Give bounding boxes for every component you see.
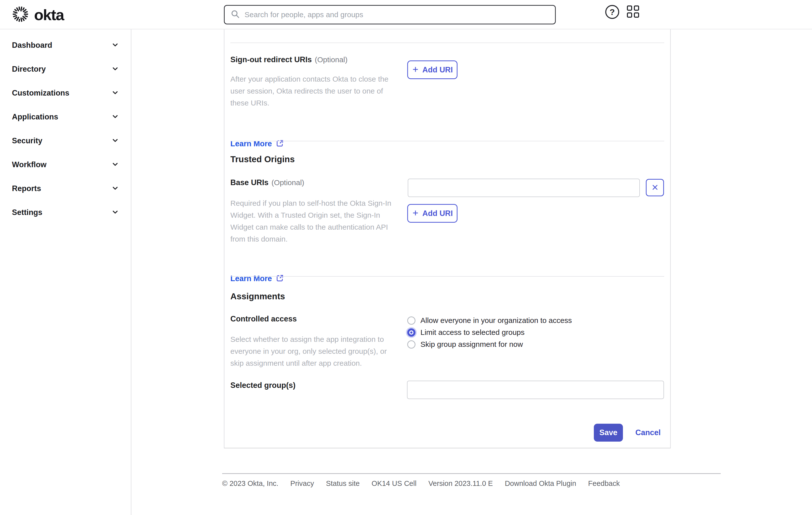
- apps-grid-icon[interactable]: [627, 5, 639, 18]
- grid-square: [634, 12, 639, 18]
- version-label: Version 2023.11.0 E: [428, 480, 493, 488]
- trusted-origins-heading: Trusted Origins: [230, 154, 295, 164]
- section-divider: [230, 276, 664, 277]
- trusted-origins-description: Required if you plan to self-host the Ok…: [230, 197, 394, 245]
- search-icon: [231, 9, 240, 20]
- chevron-down-icon: [111, 184, 119, 193]
- base-uri-input[interactable]: [408, 179, 640, 197]
- okta-sunburst-icon: [12, 6, 29, 23]
- grid-square: [627, 5, 632, 11]
- radio-option-skip-assignment[interactable]: Skip group assignment for now: [407, 338, 572, 350]
- plus-icon: [412, 66, 419, 74]
- cancel-button[interactable]: Cancel: [635, 424, 661, 441]
- base-uris-label-row: Base URIs(Optional): [230, 178, 304, 187]
- remove-uri-button[interactable]: [646, 179, 664, 196]
- status-site-link[interactable]: Status site: [326, 480, 359, 488]
- search-input[interactable]: [244, 10, 549, 19]
- add-signout-uri-button[interactable]: Add URI: [407, 60, 458, 79]
- controlled-access-label: Controlled access: [230, 314, 297, 323]
- app-settings-card: Sign-out redirect URIs(Optional) Add URI…: [224, 29, 671, 448]
- sidebar-item-settings[interactable]: Settings: [0, 201, 131, 224]
- chevron-down-icon: [111, 160, 119, 169]
- download-plugin-link[interactable]: Download Okta Plugin: [505, 480, 576, 488]
- sidebar-item-dashboard[interactable]: Dashboard: [0, 33, 131, 57]
- add-base-uri-button[interactable]: Add URI: [407, 204, 458, 223]
- cell-label: OK14 US Cell: [372, 480, 417, 488]
- sidebar-item-workflow[interactable]: Workflow: [0, 153, 131, 177]
- radio-option-limit-access[interactable]: Limit access to selected groups: [407, 326, 572, 338]
- save-button[interactable]: Save: [594, 424, 623, 441]
- close-icon: [651, 183, 659, 192]
- chevron-down-icon: [111, 112, 119, 122]
- chevron-down-icon: [111, 64, 119, 74]
- sidebar-nav: Dashboard Directory Customizations Appli…: [0, 29, 132, 515]
- signout-description: After your application contacts Okta to …: [230, 73, 394, 109]
- chevron-down-icon: [111, 136, 119, 146]
- selected-groups-input[interactable]: [407, 381, 664, 399]
- chevron-down-icon: [111, 88, 119, 98]
- sidebar-item-applications[interactable]: Applications: [0, 105, 131, 129]
- selected-groups-label: Selected group(s): [230, 381, 295, 390]
- radio-button[interactable]: [407, 316, 415, 325]
- help-icon[interactable]: ?: [605, 5, 619, 19]
- section-divider: [230, 141, 664, 141]
- external-link-icon: [276, 274, 284, 283]
- okta-logo[interactable]: okta: [12, 6, 64, 23]
- grid-square: [627, 12, 632, 18]
- plus-icon: [412, 209, 419, 217]
- privacy-link[interactable]: Privacy: [290, 480, 314, 488]
- radio-button[interactable]: [407, 340, 415, 348]
- controlled-access-radio-group: Allow everyone in your organization to a…: [407, 314, 572, 350]
- section-divider: [230, 42, 664, 43]
- controlled-access-description: Select whether to assign the app integra…: [230, 333, 394, 369]
- top-header: okta ?: [0, 0, 812, 29]
- sidebar-item-directory[interactable]: Directory: [0, 57, 131, 81]
- question-mark-glyph: ?: [610, 7, 615, 17]
- grid-square: [634, 5, 639, 11]
- assignments-heading: Assignments: [230, 291, 285, 301]
- sidebar-item-reports[interactable]: Reports: [0, 177, 131, 201]
- trusted-learn-more-link[interactable]: Learn More: [230, 274, 284, 283]
- radio-option-allow-everyone[interactable]: Allow everyone in your organization to a…: [407, 314, 572, 326]
- feedback-link[interactable]: Feedback: [588, 480, 620, 488]
- signout-redirect-uris-label-row: Sign-out redirect URIs(Optional): [230, 55, 348, 64]
- chevron-down-icon: [111, 208, 119, 217]
- sidebar-item-security[interactable]: Security: [0, 129, 131, 153]
- global-search[interactable]: [224, 5, 556, 24]
- sidebar-item-customizations[interactable]: Customizations: [0, 81, 131, 105]
- radio-button[interactable]: [407, 328, 415, 337]
- okta-wordmark: okta: [34, 6, 64, 24]
- copyright-text: © 2023 Okta, Inc.: [222, 480, 279, 488]
- chevron-down-icon: [111, 40, 119, 50]
- page-footer: © 2023 Okta, Inc. Privacy Status site OK…: [222, 473, 721, 488]
